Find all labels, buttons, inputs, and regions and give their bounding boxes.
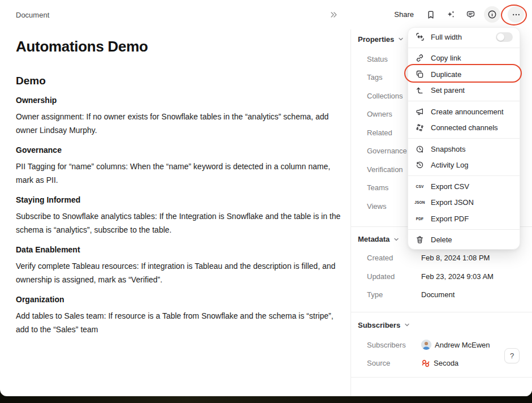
comments-icon[interactable]: [464, 8, 477, 21]
more-options-button[interactable]: [508, 6, 524, 23]
doc-paragraph: Owner assignment: If no owner exists for…: [16, 110, 343, 137]
double-chevron-right-icon: [330, 11, 338, 19]
menu-divider: [408, 138, 520, 139]
breadcrumb-doc-type[interactable]: Document: [16, 11, 49, 19]
megaphone-icon: [415, 107, 425, 117]
subscribers-section: Subscribers Subscribers: [351, 315, 532, 372]
snapshots-clock-icon: [415, 144, 425, 154]
metadata-row-type: Type Document: [358, 286, 521, 305]
menu-item-connected-channels[interactable]: Connected channels: [408, 120, 520, 136]
subscribers-row[interactable]: Subscribers Andrew McEwen: [358, 336, 521, 354]
pdf-file-icon: PDF: [415, 214, 425, 224]
menu-item-export-json[interactable]: JSON Export JSON: [408, 195, 520, 211]
top-bar: Document Share: [0, 0, 532, 29]
section-divider: [351, 377, 532, 378]
doc-paragraph: Add tables to Sales team: If resource is…: [16, 309, 343, 336]
metadata-row-created: Created Feb 8, 2024 1:08 PM: [358, 249, 521, 268]
secoda-logo-icon: [421, 359, 430, 368]
doc-heading: Governance: [16, 145, 343, 155]
menu-divider: [408, 101, 520, 101]
subscribers-section-header[interactable]: Subscribers: [358, 318, 521, 332]
menu-divider: [408, 175, 520, 176]
trash-icon: [415, 235, 425, 245]
subscriber-avatar: [421, 340, 431, 350]
menu-item-export-pdf[interactable]: PDF Export PDF: [408, 211, 520, 227]
full-width-icon: [415, 32, 425, 42]
menu-item-duplicate[interactable]: Duplicate: [408, 66, 520, 83]
chevron-down-icon: [404, 322, 410, 328]
subscriber-name: Andrew McEwen: [435, 341, 490, 349]
doc-paragraph: Verify complete Tableau resources: If in…: [16, 259, 343, 286]
chevron-down-icon: [393, 237, 399, 242]
doc-heading-demo: Demo: [16, 75, 343, 87]
ellipsis-icon: [512, 10, 521, 19]
doc-heading: Organization: [16, 295, 343, 304]
more-options-menu: Full width Copy link Duplicate: [408, 27, 520, 250]
menu-item-set-parent[interactable]: Set parent: [408, 83, 520, 99]
properties-section-title: Properties: [358, 35, 394, 44]
ai-sparkles-icon[interactable]: [444, 8, 457, 21]
menu-item-copy-link[interactable]: Copy link: [408, 50, 520, 67]
menu-divider: [408, 229, 520, 230]
set-parent-icon: [415, 85, 425, 95]
link-icon: [415, 53, 425, 63]
csv-file-icon: CSV: [415, 182, 425, 191]
source-row[interactable]: Source Secoda: [358, 354, 521, 373]
menu-item-activity-log[interactable]: Activity Log: [408, 157, 520, 174]
help-button[interactable]: ?: [504, 348, 520, 363]
info-icon: [487, 10, 497, 19]
doc-heading: Staying Informed: [16, 195, 343, 204]
metadata-section-title: Metadata: [358, 235, 390, 243]
menu-item-delete[interactable]: Delete: [408, 232, 520, 248]
doc-paragraph: PII Tagging for “name” columns: When the…: [16, 160, 343, 187]
menu-item-export-csv[interactable]: CSV Export CSV: [408, 178, 520, 195]
metadata-row-updated: Updated Feb 23, 2024 9:03 AM: [358, 267, 521, 286]
share-button[interactable]: Share: [391, 8, 417, 21]
duplicate-icon: [415, 70, 425, 79]
menu-item-full-width[interactable]: Full width: [408, 29, 520, 45]
section-divider: [351, 312, 532, 312]
menu-divider: [408, 48, 520, 48]
menu-item-snapshots[interactable]: Snapshots: [408, 141, 520, 157]
history-icon: [415, 160, 425, 170]
page-title: Automations Demo: [16, 38, 343, 55]
collapse-panel-button[interactable]: [328, 9, 339, 20]
slack-channels-icon: [415, 123, 425, 132]
document-editor[interactable]: Automations Demo Demo Ownership Owner as…: [16, 29, 343, 336]
source-name: Secoda: [434, 359, 459, 367]
info-button[interactable]: [484, 6, 500, 23]
chevron-down-icon: [398, 36, 404, 42]
bookmark-icon[interactable]: [425, 8, 437, 21]
app-window: Document Share: [0, 0, 532, 396]
full-width-toggle[interactable]: [496, 32, 513, 42]
subscribers-section-title: Subscribers: [358, 321, 400, 329]
menu-item-create-announcement[interactable]: Create announcement: [408, 104, 520, 120]
doc-heading: Ownership: [16, 96, 343, 105]
json-file-icon: JSON: [415, 198, 425, 207]
topbar-actions: Share: [391, 6, 524, 23]
doc-paragraph: Subscribe to Snowflake analytics tables:…: [16, 209, 343, 237]
doc-heading: Data Enablement: [16, 245, 343, 254]
